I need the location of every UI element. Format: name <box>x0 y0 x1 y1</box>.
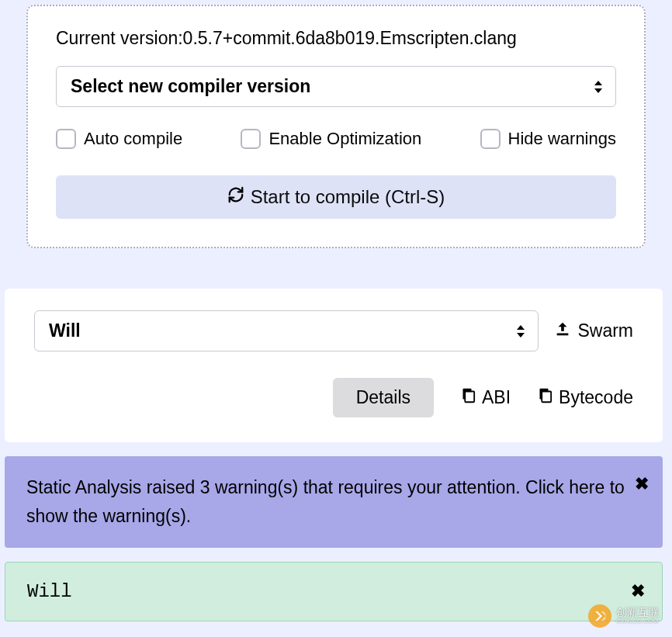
details-label: Details <box>356 387 410 407</box>
compile-button[interactable]: Start to compile (Ctrl-S) <box>56 175 616 219</box>
auto-compile-checkbox[interactable]: Auto compile <box>56 129 182 149</box>
checkbox-icon <box>480 129 501 149</box>
abi-button[interactable]: ABI <box>459 387 511 409</box>
warning-message: Static Analysis raised 3 warning(s) that… <box>26 477 625 526</box>
select-arrows-icon <box>594 80 603 94</box>
swarm-label: Swarm <box>577 320 633 341</box>
close-icon[interactable]: ✖ <box>631 581 645 601</box>
refresh-icon <box>227 186 244 208</box>
upload-icon <box>554 320 571 342</box>
contract-select[interactable]: Will <box>34 310 539 351</box>
contract-selected-name: Will <box>49 320 81 341</box>
static-analysis-warning[interactable]: Static Analysis raised 3 warning(s) that… <box>5 456 663 548</box>
compiler-version-select[interactable]: Select new compiler version <box>56 66 616 107</box>
swarm-button[interactable]: Swarm <box>554 320 633 342</box>
hide-warnings-checkbox[interactable]: Hide warnings <box>480 129 616 149</box>
svg-rect-2 <box>465 391 474 402</box>
compiler-box: Current version:0.5.7+commit.6da8b019.Em… <box>26 5 646 248</box>
clipboard-icon <box>459 387 476 409</box>
details-button[interactable]: Details <box>333 378 434 417</box>
bytecode-button[interactable]: Bytecode <box>535 387 633 409</box>
close-icon[interactable]: ✖ <box>635 470 649 497</box>
svg-rect-4 <box>542 391 551 402</box>
compiled-contract-name: Will <box>27 581 72 602</box>
enable-optimization-label: Enable Optimization <box>268 129 421 149</box>
contract-panel: Will Swarm Details <box>5 289 663 442</box>
auto-compile-label: Auto compile <box>84 129 182 149</box>
compiler-panel: Current version:0.5.7+commit.6da8b019.Em… <box>5 5 667 276</box>
compile-success-panel: Will ✖ <box>5 562 663 621</box>
checkbox-icon <box>56 129 76 149</box>
enable-optimization-checkbox[interactable]: Enable Optimization <box>241 129 421 149</box>
clipboard-icon <box>535 387 552 409</box>
bytecode-label: Bytecode <box>559 387 633 408</box>
select-arrows-icon <box>516 324 525 338</box>
compile-button-label: Start to compile (Ctrl-S) <box>251 186 445 208</box>
hide-warnings-label: Hide warnings <box>508 129 616 149</box>
abi-label: ABI <box>482 387 511 408</box>
compiler-select-placeholder: Select new compiler version <box>71 76 310 96</box>
checkbox-row: Auto compile Enable Optimization Hide wa… <box>56 129 616 149</box>
svg-rect-0 <box>557 333 569 335</box>
checkbox-icon <box>241 129 261 149</box>
current-version-label: Current version:0.5.7+commit.6da8b019.Em… <box>56 28 616 49</box>
